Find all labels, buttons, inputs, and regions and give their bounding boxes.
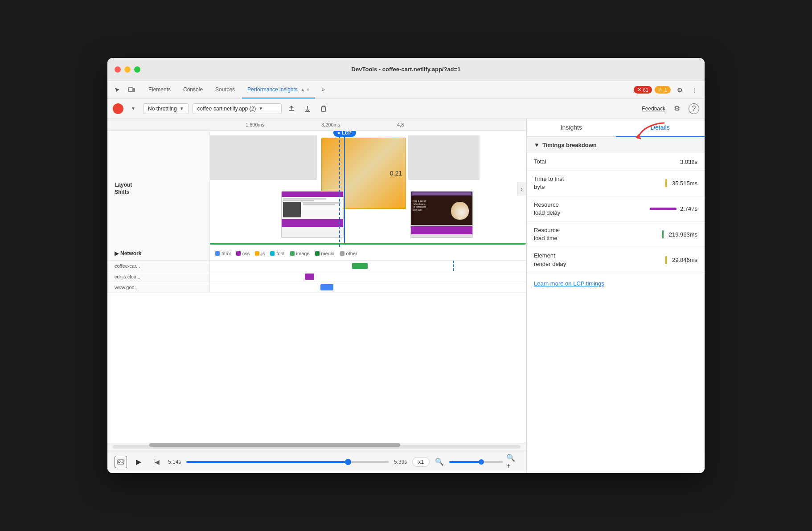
gradient-value: 0.21 bbox=[390, 170, 402, 177]
screenshots-container: Free 1 bag ofcoffee beansfor purchasesov… bbox=[281, 191, 473, 238]
network-row-label-2: www.goo... bbox=[107, 282, 210, 292]
network-bar-1 bbox=[305, 274, 314, 280]
scrollbar-thumb[interactable] bbox=[149, 443, 400, 447]
time-ruler: 1,600ms 3,200ms 4,8 bbox=[107, 118, 526, 131]
help-icon[interactable]: ? bbox=[689, 103, 699, 114]
learn-more-link[interactable]: Learn more on LCP timings bbox=[527, 273, 705, 294]
timeline-scrubber[interactable] bbox=[186, 461, 389, 463]
network-row-content-0 bbox=[210, 261, 526, 271]
time-end-display: 5.39s bbox=[394, 459, 407, 465]
timeline-scrollbar[interactable] bbox=[107, 443, 526, 450]
zoom-controls: x1 🔍 🔍+ bbox=[412, 456, 519, 468]
network-row-2[interactable]: www.goo... bbox=[107, 282, 526, 293]
timing-row-total: Total 3.032s bbox=[527, 153, 705, 171]
settings-icon[interactable]: ⚙ bbox=[673, 84, 686, 96]
network-row-label-1: cdnjs.clou... bbox=[107, 271, 210, 282]
upload-icon[interactable] bbox=[285, 102, 298, 115]
go-to-start-icon[interactable]: |◀ bbox=[150, 456, 163, 468]
ss1-img bbox=[283, 202, 301, 217]
timeline-thumb[interactable] bbox=[345, 459, 351, 465]
throttling-dropdown[interactable]: No throttling ▼ bbox=[143, 103, 189, 114]
time-marker-1600: 1,600ms bbox=[246, 122, 264, 127]
network-row-label-0: coffee-car... bbox=[107, 261, 210, 271]
error-badge[interactable]: ✕ 61 bbox=[634, 86, 652, 94]
bottom-toolbar: ▶ |◀ 5.14s 5.39s x1 🔍 🔍+ bbox=[107, 450, 526, 473]
coffee-cup-icon bbox=[451, 202, 469, 220]
tab-more[interactable]: » bbox=[316, 82, 330, 98]
ss1-text-2 bbox=[283, 200, 314, 201]
main-content: 1,600ms 3,200ms 4,8 Layout Shifts bbox=[107, 118, 705, 473]
lcp-line bbox=[344, 136, 345, 243]
screenshot-preview-icon[interactable] bbox=[115, 456, 127, 468]
ttfb-bar bbox=[665, 179, 667, 187]
timings-breakdown-header: ▼ Timings breakdown bbox=[527, 137, 705, 153]
toolbar: ▼ No throttling ▼ coffee-cart.netlify.ap… bbox=[107, 99, 705, 118]
download-icon[interactable] bbox=[301, 102, 314, 115]
device-toggle-icon[interactable] bbox=[125, 84, 138, 96]
svg-rect-1 bbox=[133, 89, 135, 91]
network-label[interactable]: ▶ Network bbox=[107, 247, 210, 260]
warning-badge[interactable]: ⚠ 1 bbox=[655, 86, 671, 94]
legend-image: image bbox=[290, 251, 310, 256]
zoom-in-icon[interactable]: 🔍+ bbox=[506, 456, 519, 468]
lcp-marker: LCP bbox=[333, 131, 356, 243]
image-color-dot bbox=[290, 251, 295, 256]
profile-dropdown[interactable]: coffee-cart.netlify.app (2) ▼ bbox=[193, 103, 282, 114]
tracks[interactable]: Layout Shifts 0.21 bbox=[107, 131, 526, 443]
ss1-text-1 bbox=[283, 198, 326, 200]
network-row-0[interactable]: coffee-car... bbox=[107, 261, 526, 271]
tab-close-icon[interactable]: ▲ × bbox=[300, 87, 309, 92]
network-expand-icon[interactable]: ▶ bbox=[115, 250, 119, 257]
ss2-footer bbox=[411, 226, 472, 234]
zoom-out-icon[interactable]: 🔍 bbox=[433, 456, 446, 468]
close-button[interactable] bbox=[115, 66, 121, 73]
settings-gear-icon[interactable]: ⚙ bbox=[671, 102, 683, 115]
tab-bar-right: ✕ 61 ⚠ 1 ⚙ ⋮ bbox=[634, 84, 701, 96]
network-bar-2 bbox=[320, 284, 333, 290]
network-row-content-2 bbox=[210, 282, 526, 292]
dropdown-arrow-icon[interactable]: ▼ bbox=[127, 102, 139, 115]
layout-shifts-content[interactable]: 0.21 LCP bbox=[210, 131, 526, 247]
ttfb-label: Time to first byte bbox=[534, 175, 665, 191]
screenshot-2: Free 1 bag ofcoffee beansfor purchasesov… bbox=[410, 191, 473, 238]
legend-font: font bbox=[270, 251, 284, 256]
timing-row-render-delay: Element render delay 29.846ms bbox=[527, 247, 705, 273]
traffic-lights bbox=[115, 66, 140, 73]
overflow-right-arrow[interactable]: › bbox=[517, 182, 526, 196]
layout-shifts-track: Layout Shifts 0.21 bbox=[107, 131, 526, 247]
feedback-link[interactable]: Feedback bbox=[642, 106, 665, 112]
browser-window: DevTools - coffee-cart.netlify.app/?ad=1 bbox=[107, 58, 705, 473]
maximize-button[interactable] bbox=[134, 66, 140, 73]
legend-js: js bbox=[255, 251, 265, 256]
play-button[interactable]: ▶ bbox=[132, 456, 145, 468]
zoom-thumb[interactable] bbox=[479, 459, 484, 465]
resource-delay-value: 2.747s bbox=[650, 205, 697, 212]
tab-console[interactable]: Console bbox=[178, 82, 208, 98]
more-options-icon[interactable]: ⋮ bbox=[689, 84, 701, 96]
resource-time-label: Resource load time bbox=[534, 226, 662, 242]
render-delay-bar bbox=[665, 256, 667, 264]
network-bar-0 bbox=[352, 263, 368, 269]
cursor-icon[interactable] bbox=[111, 84, 123, 96]
zoom-slider[interactable] bbox=[449, 461, 503, 463]
timing-row-resource-time: Resource load time 219.963ms bbox=[527, 222, 705, 247]
resource-delay-bar bbox=[650, 208, 677, 210]
tab-sources[interactable]: Sources bbox=[210, 82, 240, 98]
record-button[interactable] bbox=[113, 103, 123, 114]
network-legend-track: ▶ Network html css bbox=[107, 247, 526, 261]
tab-insights[interactable]: Insights bbox=[527, 118, 616, 136]
time-marker-3200: 3,200ms bbox=[321, 122, 340, 127]
resource-delay-label: Resource load delay bbox=[534, 201, 650, 217]
tab-elements[interactable]: Elements bbox=[143, 82, 176, 98]
time-marker-48: 4,8 bbox=[397, 122, 404, 127]
insights-content[interactable]: ▼ Timings breakdown Total 3.032s Time to… bbox=[527, 137, 705, 473]
minimize-button[interactable] bbox=[124, 66, 131, 73]
svg-rect-0 bbox=[128, 88, 133, 91]
tab-performance-insights[interactable]: Performance insights ▲ × bbox=[242, 82, 315, 98]
resource-time-bar bbox=[662, 230, 664, 238]
network-row-1[interactable]: cdnjs.clou... bbox=[107, 271, 526, 282]
delete-icon[interactable] bbox=[317, 102, 330, 115]
section-collapse-icon[interactable]: ▼ bbox=[534, 142, 540, 148]
green-bar bbox=[210, 243, 526, 245]
js-color-dot bbox=[255, 251, 259, 256]
